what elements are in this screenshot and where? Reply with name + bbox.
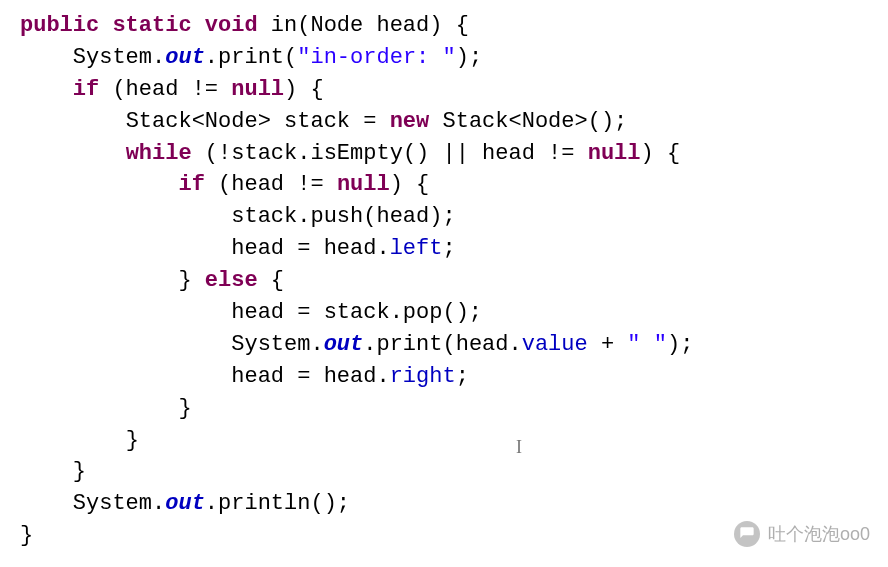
line-7: stack.push(head); bbox=[20, 204, 456, 229]
line-4: Stack<Node> stack = new Stack<Node>(); bbox=[20, 109, 627, 134]
line-14: } bbox=[20, 428, 139, 453]
line-15: } bbox=[20, 459, 86, 484]
code-block: public static void in(Node head) { Syste… bbox=[20, 10, 868, 552]
line-11: System.out.print(head.value + " "); bbox=[20, 332, 693, 357]
line-2: System.out.print("in-order: "); bbox=[20, 45, 482, 70]
line-3: if (head != null) { bbox=[20, 77, 324, 102]
chat-bubble-icon bbox=[734, 521, 760, 547]
keywords-modifiers: public static void bbox=[20, 13, 258, 38]
line-5: while (!stack.isEmpty() || head != null)… bbox=[20, 141, 680, 166]
line-16: System.out.println(); bbox=[20, 491, 350, 516]
line-9: } else { bbox=[20, 268, 284, 293]
text-cursor-icon: I bbox=[516, 434, 522, 460]
line-17: } bbox=[20, 523, 33, 548]
line-10: head = stack.pop(); bbox=[20, 300, 482, 325]
line-1: public static void in(Node head) { bbox=[20, 13, 469, 38]
line-6: if (head != null) { bbox=[20, 172, 429, 197]
watermark-text: 吐个泡泡oo0 bbox=[768, 521, 870, 547]
line-13: } bbox=[20, 396, 192, 421]
line-8: head = head.left; bbox=[20, 236, 456, 261]
line-12: head = head.right; bbox=[20, 364, 469, 389]
watermark: 吐个泡泡oo0 bbox=[734, 521, 870, 547]
